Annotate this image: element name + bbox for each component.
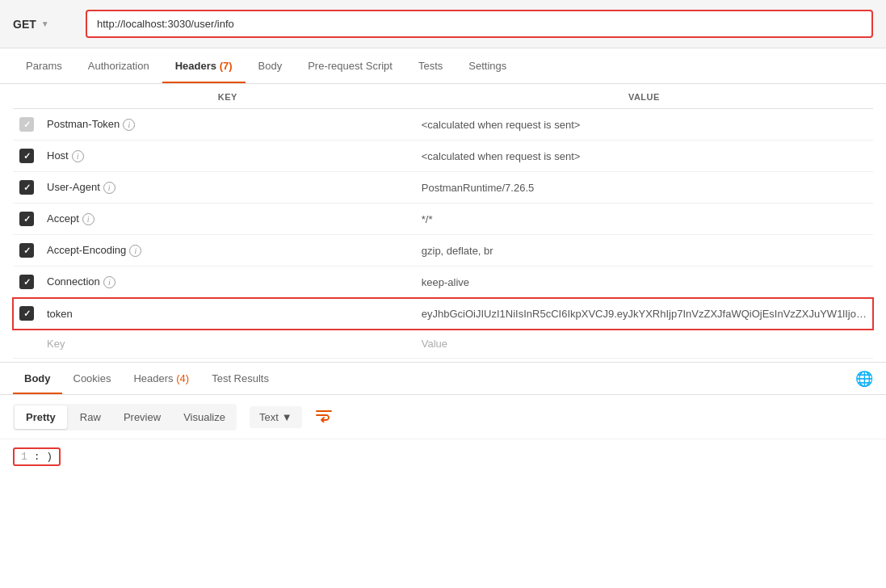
- url-bar: GET ▼: [0, 0, 886, 48]
- table-row: Postman-Tokeni<calculated when request i…: [13, 109, 873, 141]
- row-value: */*: [422, 213, 433, 225]
- row-key: Accept: [47, 212, 79, 225]
- headers-table: KEY VALUE Postman-Tokeni<calculated when…: [13, 84, 873, 359]
- row-value: <calculated when request is sent>: [422, 119, 581, 131]
- method-label: GET: [13, 18, 36, 31]
- table-row: Hosti<calculated when request is sent>: [13, 141, 873, 172]
- row-value: gzip, deflate, br: [422, 245, 493, 257]
- method-chevron-icon: ▼: [41, 19, 49, 28]
- response-tab-cookies[interactable]: Cookies: [62, 363, 123, 394]
- row-value: keep-alive: [422, 276, 469, 288]
- response-toolbar: Pretty Raw Preview Visualize Text ▼: [0, 395, 886, 439]
- row-key: Postman-Token: [47, 118, 120, 130]
- row-checkbox[interactable]: [19, 180, 34, 195]
- response-tab-test-results[interactable]: Test Results: [200, 363, 280, 394]
- row-checkbox[interactable]: [19, 149, 34, 163]
- url-input[interactable]: [87, 11, 871, 36]
- row-key: Connection: [47, 275, 100, 288]
- row-checkbox[interactable]: [19, 212, 34, 226]
- response-tab-headers[interactable]: Headers (4): [122, 363, 200, 394]
- row-checkbox[interactable]: [19, 117, 34, 132]
- info-icon[interactable]: i: [123, 119, 135, 131]
- globe-icon[interactable]: 🌐: [855, 370, 873, 388]
- table-row: Accept-Encodingigzip, deflate, br: [13, 235, 873, 267]
- format-btn-pretty[interactable]: Pretty: [15, 405, 67, 429]
- url-input-wrapper: [86, 10, 873, 38]
- headers-section: KEY VALUE Postman-Tokeni<calculated when…: [0, 84, 886, 359]
- request-tab-nav: Params Authorization Headers (7) Body Pr…: [0, 48, 886, 84]
- tab-settings[interactable]: Settings: [456, 48, 519, 83]
- row-key: Accept-Encoding: [47, 244, 126, 256]
- format-btn-visualize[interactable]: Visualize: [172, 404, 237, 430]
- table-row: Connectionikeep-alive: [13, 267, 873, 298]
- info-icon[interactable]: i: [103, 276, 115, 288]
- tab-headers[interactable]: Headers (7): [162, 48, 246, 83]
- col-header-key: KEY: [40, 84, 415, 109]
- info-icon[interactable]: i: [72, 150, 84, 162]
- response-section: Body Cookies Headers (4) Test Results 🌐 …: [0, 362, 886, 474]
- tab-params[interactable]: Params: [13, 48, 75, 83]
- placeholder-value[interactable]: Value: [415, 330, 873, 359]
- wrap-button[interactable]: [309, 403, 339, 430]
- col-header-checkbox: [13, 84, 40, 109]
- table-row-placeholder: Key Value: [13, 330, 873, 359]
- col-header-value: VALUE: [415, 84, 873, 109]
- format-btn-raw[interactable]: Raw: [69, 404, 112, 430]
- table-row: Accepti*/*: [13, 204, 873, 235]
- row-value: PostmanRuntime/7.26.5: [422, 182, 534, 194]
- response-content-box: 1 : ): [13, 447, 61, 466]
- response-tabs: Body Cookies Headers (4) Test Results: [13, 363, 280, 394]
- response-body: 1 : ): [0, 439, 886, 474]
- info-icon[interactable]: i: [103, 182, 115, 194]
- row-key: User-Agent: [47, 181, 100, 193]
- format-btn-preview[interactable]: Preview: [112, 404, 172, 430]
- row-checkbox[interactable]: [19, 243, 34, 258]
- format-button-group: Pretty Raw Preview Visualize: [13, 404, 237, 430]
- row-checkbox[interactable]: [19, 275, 34, 289]
- row-key: Host: [47, 149, 69, 162]
- tab-authorization[interactable]: Authorization: [75, 48, 162, 83]
- row-key: token: [47, 308, 73, 320]
- table-row: tokeneyJhbGciOiJIUzI1NiIsInR5cCI6IkpXVCJ…: [13, 298, 873, 330]
- tab-tests[interactable]: Tests: [405, 48, 456, 83]
- method-selector[interactable]: GET ▼: [13, 18, 78, 31]
- wrap-icon: [315, 408, 333, 422]
- info-icon[interactable]: i: [82, 213, 94, 225]
- text-type-select[interactable]: Text ▼: [250, 406, 302, 428]
- row-value: eyJhbGciOiJIUzI1NiIsInR5cCI6IkpXVCJ9.eyJ…: [422, 308, 867, 320]
- response-tab-body[interactable]: Body: [13, 363, 62, 394]
- row-checkbox[interactable]: [19, 306, 34, 321]
- tab-pre-request-script[interactable]: Pre-request Script: [295, 48, 405, 83]
- info-icon[interactable]: i: [129, 245, 141, 257]
- table-row: User-AgentiPostmanRuntime/7.26.5: [13, 172, 873, 204]
- tab-body[interactable]: Body: [246, 48, 296, 83]
- response-line-1: 1 : ): [13, 447, 873, 466]
- row-value: <calculated when request is sent>: [422, 150, 581, 162]
- response-tab-nav: Body Cookies Headers (4) Test Results 🌐: [0, 363, 886, 395]
- placeholder-key[interactable]: Key: [40, 330, 415, 359]
